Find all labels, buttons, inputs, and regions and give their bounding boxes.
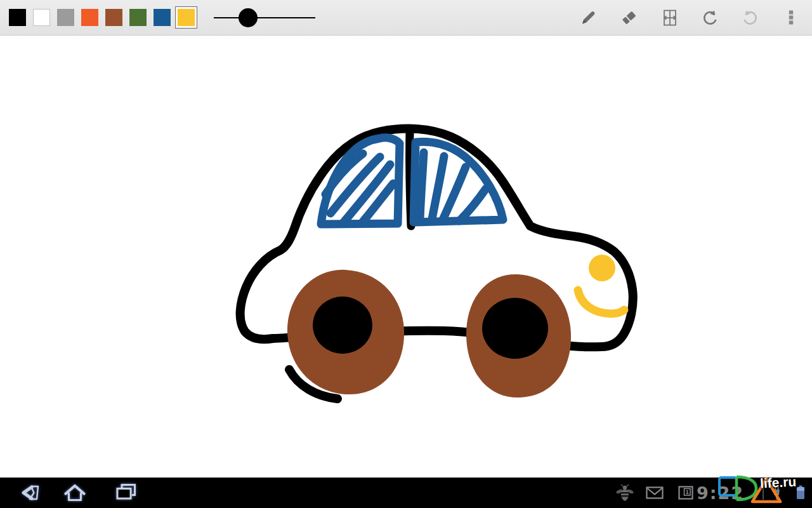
gmail-icon <box>645 483 665 503</box>
site-watermark: life.ru <box>716 474 811 508</box>
calendar-badge: 1 <box>686 489 689 495</box>
recent-apps-icon <box>110 478 141 508</box>
watermark-letter-p <box>719 478 737 495</box>
brush-size-thumb[interactable] <box>239 8 258 27</box>
drawing-canvas[interactable] <box>0 36 812 478</box>
paint-toolbar <box>0 0 812 36</box>
home-icon <box>60 478 90 508</box>
swatch-black[interactable] <box>9 9 26 26</box>
swatch-gray[interactable] <box>57 9 74 26</box>
usb-debugging-bee-icon <box>615 483 635 503</box>
car-hub-left <box>313 297 372 354</box>
canvas-pan-button[interactable] <box>660 8 680 28</box>
redo-icon <box>740 8 761 28</box>
redo-button[interactable] <box>740 8 761 28</box>
usb-debugging-indicator <box>615 483 635 503</box>
swatch-brown[interactable] <box>105 9 122 26</box>
calendar-icon: 1 <box>676 483 696 503</box>
car-headlight <box>589 255 615 281</box>
car-headlight-stroke <box>578 290 624 314</box>
pencil-tool-button[interactable] <box>578 8 598 28</box>
brush-size-track[interactable] <box>214 17 315 18</box>
brush-size-slider[interactable] <box>214 0 315 36</box>
overflow-menu-icon <box>781 8 801 28</box>
watermark-text: life.ru <box>759 474 796 491</box>
canvas-pan-icon <box>660 8 680 28</box>
gmail-notification <box>645 483 665 503</box>
undo-icon <box>700 8 720 28</box>
undo-button[interactable] <box>700 8 720 28</box>
car-hub-right <box>482 298 548 359</box>
eraser-tool-button[interactable] <box>619 8 639 28</box>
swatch-green[interactable] <box>129 9 147 26</box>
system-navbar: 1 9:22 life.ru <box>0 478 812 508</box>
back-button[interactable] <box>10 478 41 508</box>
eraser-icon <box>619 8 639 28</box>
swatch-blue[interactable] <box>154 9 171 26</box>
recent-apps-button[interactable] <box>110 478 141 508</box>
car-drawing <box>0 36 812 478</box>
pencil-icon <box>578 8 598 28</box>
swatch-white[interactable] <box>33 9 50 26</box>
calendar-notification: 1 <box>676 483 696 503</box>
color-palette <box>9 9 195 26</box>
overflow-menu-button[interactable] <box>781 8 801 28</box>
swatch-orange[interactable] <box>81 9 98 26</box>
swatch-yellow[interactable] <box>178 9 195 26</box>
home-button[interactable] <box>60 478 90 508</box>
back-icon <box>10 478 41 508</box>
watermark-letter-d <box>737 477 756 500</box>
